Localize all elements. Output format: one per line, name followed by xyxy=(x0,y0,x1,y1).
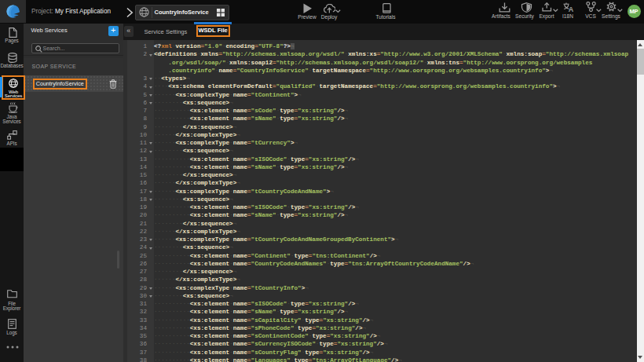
svg-text:A: A xyxy=(568,5,573,12)
